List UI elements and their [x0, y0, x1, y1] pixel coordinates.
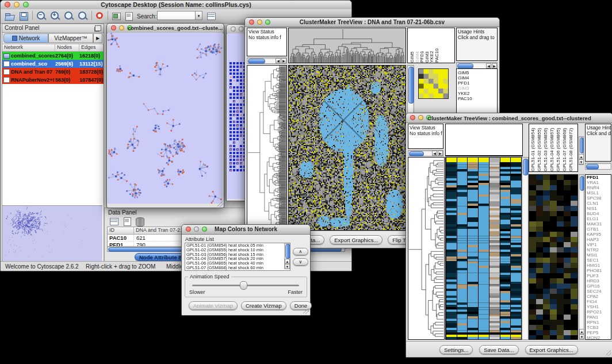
column-label[interactable]: GPL51-02 (GSM855)	[537, 124, 544, 171]
attribute-item[interactable]: GPL51-07 (GSM868) heat shock 60 min	[185, 266, 290, 270]
genes-vscrollbar[interactable]: ▲ ▼	[579, 174, 584, 340]
gene-label[interactable]: GIM4	[457, 75, 497, 81]
gene-label[interactable]: MSI1	[586, 252, 611, 258]
gene-label[interactable]: HAP3	[586, 237, 611, 242]
attribute-list[interactable]: GPL51-01 (GSM854) heat shock 05 minGPL51…	[185, 243, 290, 271]
scroll-down-icon[interactable]: ▼	[579, 334, 584, 339]
column-label[interactable]: GIM4	[415, 28, 420, 63]
scroll-up-icon[interactable]: ▲	[579, 154, 584, 159]
column-label[interactable]: GPL51-08 (GSM872)	[569, 124, 575, 171]
open-session-icon[interactable]	[4, 10, 16, 22]
gene-label[interactable]: NIS1	[586, 206, 611, 211]
more-tabs-button[interactable]: ▶	[93, 33, 102, 43]
column-dendrogram[interactable]	[289, 28, 406, 63]
column-label[interactable]: GIM3	[425, 28, 430, 63]
gene-label[interactable]: HRD3	[586, 278, 611, 283]
move-down-button[interactable]: ∨	[293, 258, 308, 266]
column-label[interactable]: GPL51-06 (GSM865)	[556, 124, 563, 171]
float-panel-icon[interactable]	[95, 25, 101, 31]
gene-label[interactable]: RPO21	[586, 309, 611, 315]
scroll-right-icon[interactable]: ▶	[281, 58, 286, 63]
search-dropdown-arrow[interactable]: ▾	[195, 11, 202, 20]
vizmap-icon[interactable]	[123, 10, 135, 22]
gene-label[interactable]: SEC24	[586, 289, 611, 294]
gene-label[interactable]: FIG4	[586, 299, 611, 304]
dialog-action-button[interactable]: Create Vizmap	[241, 301, 286, 310]
gene-label[interactable]: VIP1	[586, 242, 611, 247]
close-button[interactable]	[111, 25, 116, 30]
column-label[interactable]: YKE2	[430, 28, 435, 63]
column-label[interactable]: GPL51-07 (GSM868)	[563, 124, 569, 171]
gene-label[interactable]: PEP5	[586, 330, 611, 335]
row-dendrogram[interactable]	[247, 66, 286, 230]
minimize-button[interactable]	[119, 25, 124, 30]
zoom-selected-icon[interactable]	[77, 10, 89, 22]
gene-label[interactable]: GIM3	[457, 86, 497, 91]
global-heatmap[interactable]	[446, 158, 521, 339]
column-label[interactable]: GPL51-01 (GSM854)	[531, 124, 537, 171]
gene-label[interactable]: SPC98	[586, 196, 611, 201]
gene-label[interactable]: CPA2	[586, 294, 611, 299]
gene-label[interactable]: YKE2	[457, 91, 497, 96]
labels-scrollbar[interactable]: ▲ ▼	[579, 136, 584, 165]
column-label[interactable]: PAC10	[435, 28, 440, 63]
gene-label[interactable]: KAP95	[586, 232, 611, 237]
gene-label[interactable]: PAN1	[586, 315, 611, 320]
column-label[interactable]: GPL51-04 (GSM857)	[550, 124, 556, 171]
network-row[interactable]: DNA and Tran 07 769(0) 183728(0)	[2, 68, 104, 76]
resize-grip[interactable]	[217, 201, 223, 207]
column-header[interactable]: Network	[2, 44, 55, 51]
zoom-fit-icon[interactable]	[63, 10, 75, 22]
gene-label[interactable]: CLN1	[586, 201, 611, 206]
gene-label[interactable]: GIM5	[457, 70, 497, 75]
gene-label[interactable]: MSL1	[586, 190, 611, 196]
network-row[interactable]: RNAPuberNov2+! 563(0) 107847(0)	[2, 76, 104, 84]
resize-grip[interactable]	[606, 350, 611, 356]
gene-label[interactable]: YRA1	[586, 180, 611, 185]
gene-label[interactable]: GTB1	[586, 227, 611, 232]
gene-label[interactable]: TCB3	[586, 325, 611, 330]
help-icon[interactable]	[94, 10, 106, 22]
column-header[interactable]: Edges	[79, 44, 104, 51]
treeview1-titlebar[interactable]: ClusterMaker TreeView : DNA and Tran 07-…	[245, 18, 499, 27]
gene-label[interactable]: GPI16	[586, 283, 611, 289]
global-heatmap[interactable]	[289, 66, 406, 230]
tab-vizmapper[interactable]: VizMapper™	[48, 33, 93, 43]
scroll-down-icon[interactable]: ▼	[579, 159, 584, 164]
scroll-right-icon[interactable]: ▶	[438, 151, 443, 156]
network-row[interactable]: combined_scores_ 2764(0) 16218(0)	[2, 52, 104, 60]
new-attribute-icon[interactable]	[121, 216, 133, 227]
gene-label[interactable]: NTR2	[586, 247, 611, 252]
move-up-button[interactable]: ∧	[293, 248, 308, 255]
delete-attribute-icon[interactable]	[136, 217, 144, 227]
treeview-action-button[interactable]: Settings...	[439, 345, 473, 354]
close-button[interactable]	[231, 26, 236, 32]
gene-label[interactable]: SEC1	[586, 258, 611, 263]
gene-label[interactable]: HMG1	[586, 263, 611, 268]
gene-label[interactable]: BUD4	[586, 211, 611, 216]
search-input[interactable]	[157, 11, 196, 20]
gene-label[interactable]: PAC10	[457, 96, 497, 101]
speed-slider-thumb[interactable]	[240, 281, 247, 290]
gene-label[interactable]: ELG1	[586, 216, 611, 221]
gene-label[interactable]: RNR4	[586, 185, 611, 190]
gene-label[interactable]: PHO81	[586, 268, 611, 273]
treeview-action-button[interactable]: Export Graphics...	[330, 235, 382, 244]
gene-label[interactable]: PFD1	[586, 175, 611, 180]
dialog-titlebar[interactable]: Map Colors to Network	[182, 225, 310, 235]
gene-label[interactable]: YSH1	[586, 304, 611, 309]
network-canvas[interactable]	[108, 33, 223, 204]
heatmap-vscrollbar[interactable]	[522, 157, 529, 340]
treeview-action-button[interactable]: Save Data...	[479, 345, 518, 354]
scroll-left-icon[interactable]: ◀	[432, 151, 437, 156]
scroll-down-icon[interactable]: ▼	[285, 264, 290, 269]
status-scrollbar[interactable]: ◀ ▶	[408, 150, 443, 156]
list-scrollbar[interactable]: ▲ ▼	[284, 243, 290, 269]
dialog-action-button[interactable]: Animate Vizmap	[189, 301, 238, 310]
gene-label[interactable]: MAK31	[586, 221, 611, 227]
attribute-table-icon[interactable]	[108, 216, 120, 227]
tab-network[interactable]: Network	[3, 33, 48, 43]
birdseye-view[interactable]	[2, 205, 102, 261]
create-view-icon[interactable]	[205, 10, 217, 22]
scroll-up-icon[interactable]: ▲	[285, 259, 290, 264]
